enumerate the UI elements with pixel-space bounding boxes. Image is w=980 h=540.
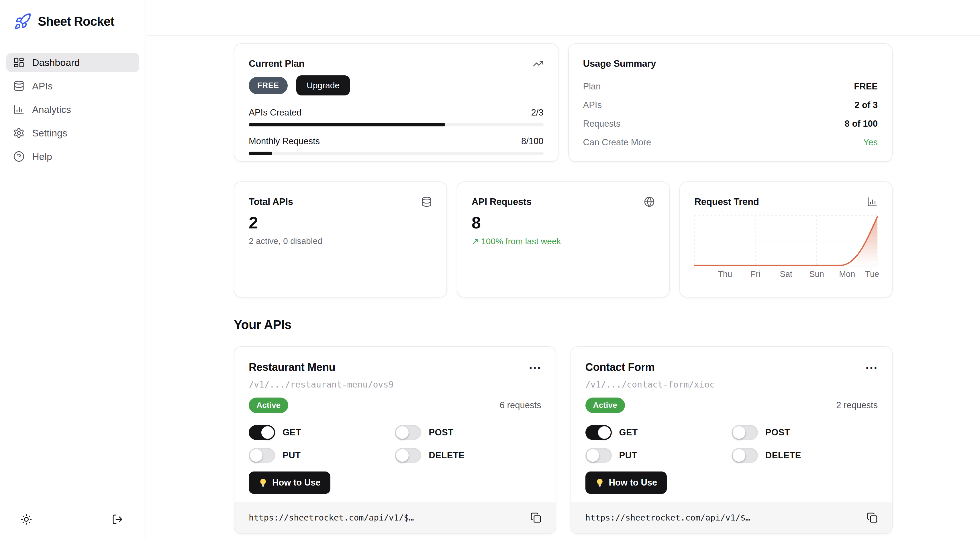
method-post: POST xyxy=(395,425,541,440)
method-put: PUT xyxy=(249,448,395,463)
more-options-button[interactable]: ⋯ xyxy=(529,361,541,374)
your-apis-heading: Your APIs xyxy=(234,318,892,332)
get-toggle[interactable] xyxy=(249,425,275,440)
logout-icon[interactable] xyxy=(112,514,123,525)
x-tick-label: Sat xyxy=(780,269,792,279)
put-toggle[interactable] xyxy=(585,448,612,463)
sidebar-item-analytics[interactable]: Analytics xyxy=(6,100,139,119)
trending-up-icon xyxy=(533,58,544,69)
database-icon xyxy=(13,80,25,92)
x-tick-label: Mon xyxy=(839,269,855,279)
total-apis-card: Total APIs 2 2 active, 0 disabled xyxy=(234,182,447,298)
more-options-button[interactable]: ⋯ xyxy=(865,361,878,374)
method-toggles: GET POST PUT DELETE xyxy=(249,425,541,463)
apis-created-metric: APIs Created 2/3 xyxy=(249,107,544,126)
usage-label: Can Create More xyxy=(583,137,651,148)
upgrade-button[interactable]: Upgrade xyxy=(296,75,350,96)
total-apis-value: 2 xyxy=(249,213,432,232)
sidebar-item-dashboard[interactable]: Dashboard xyxy=(6,53,139,72)
api-requests-card: API Requests 8 ↗ 100% from last week xyxy=(457,182,670,298)
put-toggle[interactable] xyxy=(249,448,275,463)
method-label: GET xyxy=(619,427,638,438)
usage-value: Yes xyxy=(863,137,878,148)
usage-row-apis: APIs 2 of 3 xyxy=(583,96,878,115)
get-toggle[interactable] xyxy=(585,425,612,440)
sun-icon[interactable] xyxy=(21,514,32,525)
status-badge: Active xyxy=(585,398,625,413)
sidebar-item-label: APIs xyxy=(32,81,53,92)
method-label: POST xyxy=(765,427,790,438)
copy-url-button[interactable] xyxy=(530,512,541,523)
sidebar-item-label: Settings xyxy=(32,127,67,139)
sidebar-item-label: Analytics xyxy=(32,104,71,115)
sidebar-item-help[interactable]: Help xyxy=(6,147,139,166)
lightbulb-icon xyxy=(258,478,268,487)
trend-x-axis: Thu Fri Sat Sun Mon Tue xyxy=(694,269,878,281)
total-apis-title: Total APIs xyxy=(249,196,293,207)
method-get: GET xyxy=(585,425,732,440)
bar-chart-icon xyxy=(867,196,878,207)
request-count: 2 requests xyxy=(836,400,878,411)
request-trend-card: Request Trend xyxy=(679,182,892,298)
usage-summary-card: Usage Summary Plan FREE APIs 2 of 3 Requ… xyxy=(568,43,893,162)
usage-row-requests: Requests 8 of 100 xyxy=(583,115,878,133)
sidebar-item-settings[interactable]: Settings xyxy=(6,123,139,143)
delete-toggle[interactable] xyxy=(732,448,758,463)
x-tick-label: Fri xyxy=(751,269,760,279)
dashboard-content: Current Plan FREE Upgrade APIs Created 2… xyxy=(147,35,980,534)
api-card-contact-form: Contact Form ⋯ /v1/.../contact-form/xioc… xyxy=(571,346,893,534)
app-logo: Sheet Rocket xyxy=(6,13,139,30)
current-plan-title: Current Plan xyxy=(249,58,304,69)
how-to-use-label: How to Use xyxy=(272,478,321,488)
copy-icon xyxy=(867,512,878,523)
api-url: https://sheetrocket.com/api/v1/$… xyxy=(249,513,414,522)
method-delete: DELETE xyxy=(732,448,878,463)
copy-icon xyxy=(530,512,541,523)
method-label: POST xyxy=(429,427,453,438)
method-label: DELETE xyxy=(429,450,465,460)
usage-row-plan: Plan FREE xyxy=(583,77,878,96)
topbar xyxy=(147,0,980,35)
method-label: DELETE xyxy=(765,450,801,460)
usage-summary-title: Usage Summary xyxy=(583,58,656,69)
method-toggles: GET POST PUT DELETE xyxy=(585,425,878,463)
request-trend-chart: Thu Fri Sat Sun Mon Tue xyxy=(694,215,878,281)
request-count: 6 requests xyxy=(500,400,541,411)
help-icon xyxy=(13,151,25,162)
sidebar-item-apis[interactable]: APIs xyxy=(6,76,139,96)
rocket-icon xyxy=(14,13,32,30)
sidebar: Sheet Rocket Dashboard APIs Analytics xyxy=(0,0,146,540)
method-label: GET xyxy=(283,427,301,438)
metric-value: 2/3 xyxy=(531,107,543,118)
how-to-use-button[interactable]: How to Use xyxy=(585,472,667,494)
delete-toggle[interactable] xyxy=(395,448,421,463)
settings-icon xyxy=(13,127,25,139)
api-url: https://sheetrocket.com/api/v1/$… xyxy=(585,513,751,522)
api-card-restaurant-menu: Restaurant Menu ⋯ /v1/.../restaurant-men… xyxy=(234,346,556,534)
sidebar-nav: Dashboard APIs Analytics Settings H xyxy=(6,53,139,166)
api-url-bar: https://sheetrocket.com/api/v1/$… xyxy=(234,502,555,534)
sidebar-footer xyxy=(6,514,139,525)
method-put: PUT xyxy=(585,448,732,463)
usage-value: 8 of 100 xyxy=(845,119,878,129)
monthly-requests-progressbar xyxy=(249,151,544,155)
api-url-bar: https://sheetrocket.com/api/v1/$… xyxy=(571,502,892,534)
status-badge: Active xyxy=(249,398,288,413)
metric-label: APIs Created xyxy=(249,107,301,118)
lightbulb-icon xyxy=(595,478,605,487)
api-requests-value: 8 xyxy=(472,213,655,232)
database-icon xyxy=(421,196,432,207)
post-toggle[interactable] xyxy=(395,425,421,440)
api-path: /v1/.../contact-form/xioc xyxy=(585,379,878,390)
how-to-use-button[interactable]: How to Use xyxy=(249,472,330,494)
post-toggle[interactable] xyxy=(732,425,758,440)
x-tick-label: Thu xyxy=(718,269,732,279)
sidebar-item-label: Dashboard xyxy=(32,57,80,68)
usage-label: Requests xyxy=(583,119,620,129)
usage-label: Plan xyxy=(583,81,601,92)
method-post: POST xyxy=(732,425,878,440)
copy-url-button[interactable] xyxy=(867,512,878,523)
analytics-icon xyxy=(13,104,25,115)
x-tick-label: Tue xyxy=(865,269,879,279)
method-get: GET xyxy=(249,425,395,440)
